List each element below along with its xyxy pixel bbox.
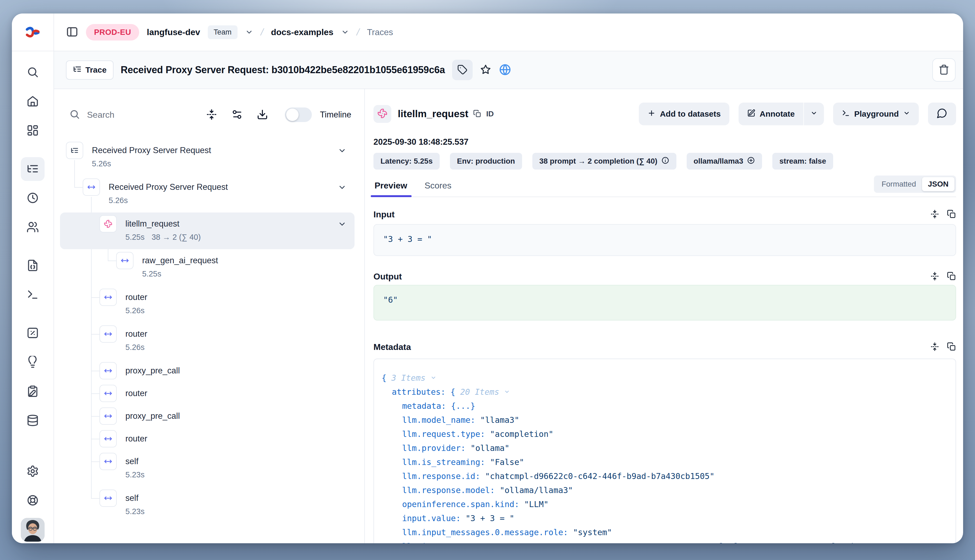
json-value: "ollama": [470, 443, 510, 453]
copy-metadata-button[interactable]: [947, 342, 956, 352]
tab-preview[interactable]: Preview: [373, 181, 408, 197]
annotate-split-button: Annotate: [739, 103, 824, 125]
sidebar-toggle-button[interactable]: [66, 26, 79, 39]
plus-icon: [647, 109, 656, 119]
annotate-dropdown-button[interactable]: [804, 103, 824, 125]
tree-row-self[interactable]: self5.23s: [60, 487, 358, 523]
metric-badge[interactable]: ollama/llama3: [687, 153, 762, 170]
sidebar-item-tracing[interactable]: [21, 157, 45, 181]
sidebar-item-sessions[interactable]: [21, 186, 45, 210]
playground-button[interactable]: Playground: [833, 103, 919, 125]
bookmark-button[interactable]: [480, 64, 492, 77]
badge-text: Latency: 5.25s: [380, 157, 433, 165]
trace-header: Trace Received Proxy Server Request: b30…: [54, 51, 963, 89]
chevron-down-icon: [903, 109, 910, 118]
project-name[interactable]: docs-examples: [271, 27, 333, 37]
format-option-formatted[interactable]: Formatted: [876, 177, 922, 191]
info-icon[interactable]: [661, 156, 669, 166]
sidebar-item-playground[interactable]: [21, 283, 45, 307]
sidebar-item-settings[interactable]: [21, 460, 45, 483]
comments-button[interactable]: [928, 103, 956, 125]
json-value: "llama3": [480, 415, 519, 425]
sidebar-item-annotation-queues[interactable]: [21, 380, 45, 403]
detail-header: litellm_request ID Add to datasets Annot…: [373, 103, 956, 125]
span-duration: 5.25s: [142, 267, 161, 281]
span-name: proxy_pre_call: [125, 410, 358, 422]
json-value: "system": [573, 528, 612, 537]
copy-input-button[interactable]: [947, 210, 956, 220]
json-key: metadata:: [402, 401, 446, 411]
breadcrumb-separator: /: [355, 27, 361, 38]
tree-row-router[interactable]: router5.26s: [60, 286, 358, 323]
observation-detail-panel: litellm_request ID Add to datasets Annot…: [365, 89, 963, 543]
add-to-datasets-button[interactable]: Add to datasets: [639, 103, 729, 125]
project-chevron-down-icon[interactable]: [341, 28, 349, 36]
org-logo[interactable]: [12, 13, 54, 51]
org-chevron-down-icon[interactable]: [245, 28, 253, 36]
tab-scores[interactable]: Scores: [423, 181, 453, 197]
tree-row-router[interactable]: router: [60, 427, 358, 450]
tree-row-received-proxy-server-request[interactable]: Received Proxy Server Request5.26s: [60, 176, 358, 212]
span-arrows-icon: [99, 490, 117, 507]
detail-tabs: Preview Scores Formatted JSON: [373, 179, 956, 197]
json-line: input.value: "3 + 3 = ": [381, 512, 955, 525]
trace-title: Received Proxy Server Request: b3010b422…: [120, 64, 445, 76]
annotate-button[interactable]: Annotate: [739, 103, 804, 125]
output-section-header: Output: [373, 270, 956, 282]
search-icon: [27, 66, 39, 79]
sidebar-item-home[interactable]: [21, 90, 45, 113]
collapse-all-button[interactable]: [206, 109, 217, 121]
format-option-json[interactable]: JSON: [922, 177, 955, 191]
sidebar-item-insights[interactable]: [21, 350, 45, 374]
top-navbar: PROD-EU langfuse-dev Team / docs-example…: [12, 13, 963, 51]
tree-row-received-proxy-server-request[interactable]: Received Proxy Server Request5.26s: [60, 139, 358, 176]
sidebar-item-support[interactable]: [21, 489, 45, 512]
metric-badge[interactable]: 38 prompt → 2 completion (∑ 40): [532, 153, 676, 170]
tree-row-litellm-request[interactable]: litellm_request5.25s38 → 2 (∑ 40): [60, 212, 358, 249]
breadcrumb-section[interactable]: Traces: [367, 27, 393, 37]
row-chevron-down-icon[interactable]: [338, 183, 346, 193]
copy-id-button[interactable]: [473, 110, 481, 118]
delete-trace-button[interactable]: [932, 58, 955, 82]
tags-button[interactable]: [452, 60, 473, 80]
sidebar-item-users[interactable]: [21, 215, 45, 239]
search-input[interactable]: [87, 110, 163, 120]
playground-label: Playground: [854, 109, 899, 118]
circle-plus-icon[interactable]: [747, 156, 755, 166]
tree-settings-button[interactable]: [231, 109, 242, 121]
tree-row-proxy-pre-call[interactable]: proxy_pre_call: [60, 405, 358, 427]
tree-row-router[interactable]: router: [60, 382, 358, 405]
trace-type-badge[interactable]: Trace: [66, 60, 114, 80]
search-field[interactable]: [69, 109, 192, 121]
row-chevron-down-icon[interactable]: [338, 220, 346, 230]
badge-text: ollama/llama3: [694, 157, 743, 165]
row-chevron-down-icon[interactable]: [338, 146, 346, 156]
tree-row-proxy-pre-call[interactable]: proxy_pre_call: [60, 359, 358, 382]
span-name: router: [125, 328, 358, 340]
annotate-label: Annotate: [759, 109, 795, 118]
sidebar-item-prompts[interactable]: [21, 254, 45, 278]
public-link-button[interactable]: [498, 63, 512, 77]
json-collapse-toggle[interactable]: 20 Items: [460, 387, 510, 397]
sidebar-item-evaluation[interactable]: [21, 321, 45, 345]
collapse-input-button[interactable]: [930, 210, 939, 220]
tree-row-router[interactable]: router5.26s: [60, 323, 358, 359]
json-key: input.value:: [402, 513, 461, 523]
download-button[interactable]: [257, 109, 268, 121]
json-collapse-toggle[interactable]: 3 Items: [391, 373, 436, 383]
json-line: llm.request.type: "acompletion": [381, 427, 955, 441]
tree-row-raw-gen-ai-request[interactable]: raw_gen_ai_request5.25s: [60, 249, 358, 286]
collapse-metadata-button[interactable]: [930, 342, 939, 352]
sidebar-item-dashboards[interactable]: [21, 119, 45, 143]
metric-badge: Latency: 5.25s: [373, 153, 440, 170]
sidebar-item-datasets[interactable]: [21, 409, 45, 433]
timeline-toggle[interactable]: [285, 107, 312, 122]
input-label: Input: [373, 210, 930, 220]
collapse-output-button[interactable]: [930, 272, 939, 282]
copy-output-button[interactable]: [947, 272, 956, 282]
tree-row-self[interactable]: self5.23s: [60, 450, 358, 487]
sidebar-item-search[interactable]: [21, 60, 45, 84]
span-name: router: [125, 387, 358, 400]
org-name[interactable]: langfuse-dev: [147, 27, 200, 37]
user-avatar[interactable]: [21, 518, 45, 542]
